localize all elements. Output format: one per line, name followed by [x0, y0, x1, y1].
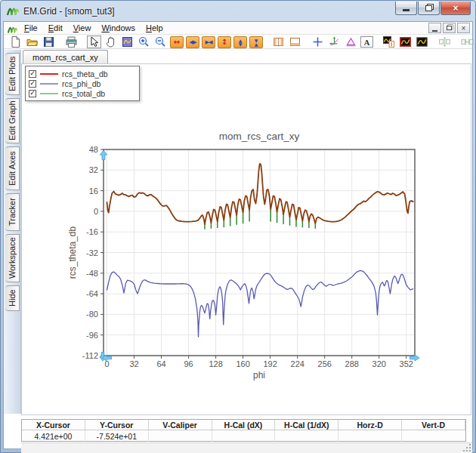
minimize-icon — [403, 9, 410, 11]
crosshair-icon[interactable] — [311, 35, 325, 48]
chart-title: mom_rcs_cart_xy — [219, 131, 300, 142]
menu-file[interactable]: File — [19, 23, 43, 33]
mdi-minimize-icon — [432, 30, 437, 32]
mdi-minimize-button[interactable] — [428, 23, 441, 33]
chart-container[interactable]: 03264961281601922242562883203524832160-1… — [48, 123, 434, 387]
mdi-close-icon: × — [462, 24, 466, 32]
legend-swatch — [40, 93, 58, 94]
legend-item[interactable]: ✓rcs_theta_db — [29, 69, 136, 79]
cursor-col-header: Horz-D — [338, 420, 402, 430]
text-annotation-icon[interactable]: A — [360, 36, 373, 48]
content-area: Edit PlotsEdit GraphEdit AxesTrackerWork… — [4, 50, 472, 448]
trace-red-icon[interactable] — [398, 35, 413, 48]
y-tick-label: -80 — [86, 310, 98, 319]
row-region-icon[interactable] — [288, 35, 302, 48]
legend-label: rcs_total_db — [62, 89, 105, 98]
cursor-col-value — [149, 430, 212, 442]
x-tick-label: 224 — [291, 359, 304, 368]
legend-swatch — [40, 73, 58, 75]
app-logo-icon — [7, 5, 19, 17]
pan-hand-icon[interactable] — [104, 35, 118, 48]
zoom-in-icon[interactable] — [137, 35, 151, 48]
axes-icon[interactable] — [327, 35, 342, 48]
legend-checkbox[interactable]: ✓ — [29, 90, 36, 97]
mdi-restore-icon — [447, 26, 452, 30]
trace-dark-icon[interactable] — [415, 35, 429, 48]
x-tick-label: 160 — [236, 359, 249, 368]
sidebar-tab-workspace[interactable]: Workspace — [5, 234, 20, 282]
column-region-icon[interactable] — [271, 35, 286, 48]
menu-view[interactable]: View — [68, 23, 97, 33]
sidebar-tab-strip: Edit PlotsEdit GraphEdit AxesTrackerWork… — [4, 50, 21, 414]
link-vertical-icon[interactable] — [437, 35, 452, 48]
legend-label: rcs_theta_db — [62, 69, 108, 79]
close-icon: × — [453, 3, 458, 14]
sidebar-tab-edit-axes[interactable]: Edit Axes — [5, 146, 20, 190]
cursor-col-value — [402, 430, 465, 442]
window-controls: × — [394, 2, 471, 15]
mdi-restore-button[interactable] — [443, 23, 456, 33]
save-icon[interactable] — [42, 35, 56, 48]
cursor-col-header: H-Cal (dX) — [212, 420, 276, 430]
cursor-col-header: X-Cursor — [22, 420, 85, 430]
legend-checkbox[interactable]: ✓ — [29, 80, 36, 88]
document-tab[interactable]: mom_rcs_cart_xy — [23, 50, 108, 63]
v-expand-icon[interactable]: ↕ — [218, 36, 231, 48]
new-document-icon[interactable] — [8, 35, 23, 48]
close-button[interactable]: × — [440, 2, 471, 15]
y-tick-label: -16 — [86, 227, 98, 236]
x-tick-label: 32 — [129, 359, 138, 368]
status-strip — [21, 442, 472, 453]
mdi-close-button[interactable]: × — [457, 23, 470, 33]
delta-icon[interactable] — [344, 35, 358, 48]
sidebar-tab-hide[interactable]: Hide — [5, 285, 20, 311]
cursor-col-value — [275, 430, 338, 442]
sidebar-tab-tracker[interactable]: Tracker — [5, 193, 20, 231]
y-tick-label: -32 — [86, 248, 98, 257]
zoom-region-icon[interactable] — [120, 35, 134, 48]
legend-checkbox[interactable]: ✓ — [29, 70, 36, 78]
menu-edit[interactable]: Edit — [43, 23, 68, 33]
x-tick-label: 192 — [263, 359, 277, 368]
graph-panel: ✓rcs_theta_db✓rcs_phi_db✓rcs_total_db 03… — [21, 63, 471, 415]
cursor-col-header: H-Cal (1/dX) — [275, 420, 338, 430]
resize-grip-icon[interactable] — [463, 444, 471, 452]
y-tick-label: -112 — [82, 351, 98, 360]
restore-button[interactable] — [418, 2, 440, 15]
sidebar-tab-edit-plots[interactable]: Edit Plots — [5, 53, 20, 95]
trace-copy-icon[interactable] — [382, 35, 396, 48]
v-shrink-icon[interactable]: ▼▲ — [249, 36, 263, 48]
cursor-col-header: V-Caliper — [149, 420, 212, 430]
x-tick-label: 256 — [318, 359, 332, 368]
x-tick-label: 96 — [184, 359, 193, 368]
y-tick-label: 48 — [89, 145, 98, 154]
cursor-col-value — [212, 430, 276, 442]
legend-box: ✓rcs_theta_db✓rcs_phi_db✓rcs_total_db — [25, 66, 140, 101]
v-split-icon[interactable]: ▲▼ — [233, 36, 247, 48]
menu-windows[interactable]: Windows — [96, 23, 141, 33]
link-horizontal-icon[interactable] — [460, 35, 474, 48]
menu-items: FileEditViewWindowsHelp — [19, 23, 168, 33]
y-tick-label: 32 — [89, 165, 98, 174]
client-area: FileEditViewWindowsHelp × ↔◀▶▶◀↕▲▼▼▲ALay… — [3, 21, 473, 449]
title-bar[interactable]: EM.Grid - [smom_tut3] × — [1, 1, 475, 21]
menu-help[interactable]: Help — [141, 23, 168, 33]
chart-canvas[interactable]: 03264961281601922242562883203524832160-1… — [48, 123, 434, 387]
h-expand-icon[interactable]: ↔ — [170, 36, 184, 48]
cursor-col-value: -7.524e+01 — [85, 430, 149, 442]
screenshot-stage: EM.Grid - [smom_tut3] × FileEditViewWind… — [0, 0, 476, 453]
cursor-col-value — [338, 430, 402, 442]
legend-item[interactable]: ✓rcs_phi_db — [29, 79, 136, 88]
y-tick-label: -96 — [86, 331, 98, 340]
sidebar-tab-edit-graph[interactable]: Edit Graph — [5, 98, 20, 143]
legend-item[interactable]: ✓rcs_total_db — [29, 88, 136, 98]
minimize-button[interactable] — [395, 2, 417, 15]
open-folder-icon[interactable] — [25, 35, 39, 48]
h-shrink-icon[interactable]: ▶◀ — [202, 36, 215, 48]
print-icon[interactable] — [64, 35, 79, 48]
zoom-out-icon[interactable] — [153, 35, 168, 48]
document-icon — [8, 23, 17, 32]
h-split-icon[interactable]: ◀▶ — [186, 36, 199, 48]
pointer-icon[interactable] — [87, 35, 101, 48]
cursor-col-header: Y-Cursor — [85, 420, 149, 430]
